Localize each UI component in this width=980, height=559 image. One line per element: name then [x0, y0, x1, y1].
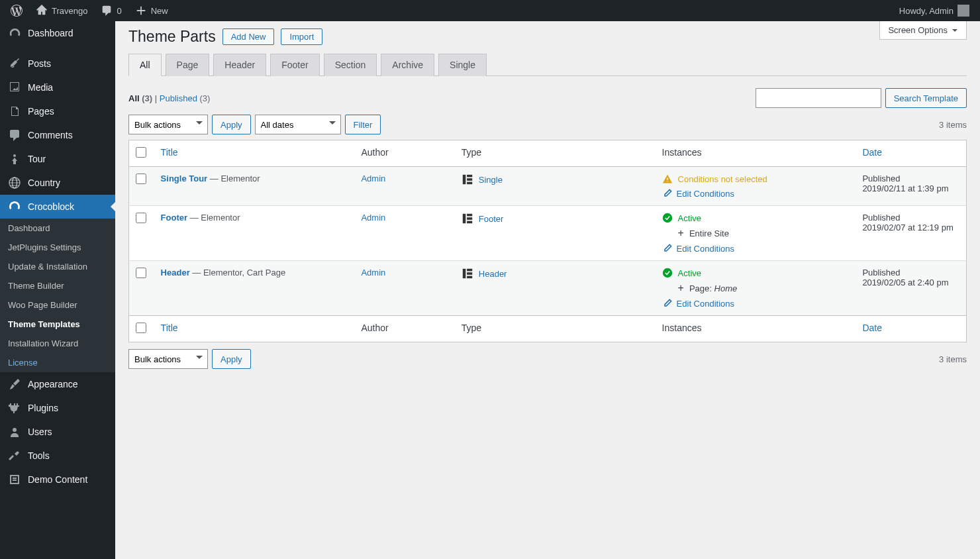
- submenu-woo-builder[interactable]: Woo Page Builder: [0, 295, 115, 315]
- tab-all[interactable]: All: [128, 54, 162, 76]
- row-checkbox[interactable]: [136, 213, 146, 223]
- search-input[interactable]: [756, 88, 881, 108]
- menu-users[interactable]: Users: [0, 420, 115, 444]
- status-filter: All (3) | Published (3): [128, 93, 210, 103]
- pencil-icon: [662, 188, 673, 199]
- menu-tools[interactable]: Tools: [0, 444, 115, 468]
- col-instances: Instances: [656, 140, 856, 167]
- col-date[interactable]: Date: [856, 140, 966, 167]
- filter-published[interactable]: Published (3): [160, 93, 211, 103]
- svg-rect-10: [467, 217, 472, 220]
- add-new-button[interactable]: Add New: [222, 28, 275, 45]
- submenu-license[interactable]: License: [0, 353, 115, 372]
- my-account[interactable]: Howdy, Admin: [894, 0, 975, 21]
- row-title-link[interactable]: Footer: [161, 213, 187, 223]
- site-name-text: Travengo: [52, 6, 87, 16]
- tab-footer[interactable]: Footer: [270, 54, 319, 76]
- col-instances-foot: Instances: [656, 316, 856, 342]
- date-text: 2019/02/11 at 1:39 pm: [862, 183, 959, 193]
- svg-point-17: [662, 268, 671, 278]
- menu-tour[interactable]: Tour: [0, 147, 115, 171]
- dates-select[interactable]: All dates: [255, 115, 341, 134]
- submenu-install-wizard[interactable]: Installation Wizard: [0, 334, 115, 353]
- search-button[interactable]: Search Template: [885, 88, 967, 108]
- menu-media[interactable]: Media: [0, 76, 115, 99]
- col-title-foot[interactable]: Title: [154, 316, 355, 342]
- pin-icon: [8, 57, 21, 70]
- row-type-link[interactable]: Footer: [479, 214, 504, 224]
- status-text: Active: [678, 268, 701, 278]
- bulk-apply-button-bottom[interactable]: Apply: [212, 349, 251, 369]
- menu-dashboard[interactable]: Dashboard: [0, 21, 115, 45]
- menu-demo-content[interactable]: Demo Content: [0, 468, 115, 491]
- filter-all[interactable]: All (3): [128, 93, 152, 103]
- import-button[interactable]: Import: [281, 28, 322, 45]
- select-all-checkbox-bottom[interactable]: [136, 323, 146, 333]
- wrench-icon: [8, 449, 21, 462]
- svg-point-3: [13, 428, 17, 432]
- svg-rect-7: [467, 182, 472, 185]
- avatar: [957, 5, 969, 17]
- svg-rect-15: [467, 272, 472, 275]
- submenu-jetplugins[interactable]: JetPlugins Settings: [0, 238, 115, 257]
- submenu-update[interactable]: Update & Installation: [0, 257, 115, 276]
- col-type-foot: Type: [455, 316, 656, 342]
- menu-pages[interactable]: Pages: [0, 99, 115, 123]
- warning-icon: [662, 174, 673, 184]
- row-checkbox[interactable]: [136, 174, 146, 184]
- pencil-icon: [662, 243, 673, 254]
- comments-link[interactable]: 0: [95, 0, 126, 21]
- person-icon: [8, 152, 21, 166]
- edit-conditions-link[interactable]: Edit Conditions: [662, 243, 850, 254]
- admin-bar: Travengo 0 New Howdy, Admin: [0, 0, 980, 21]
- elementor-icon: [462, 213, 473, 225]
- elementor-icon: [462, 268, 473, 280]
- check-circle-icon: [662, 213, 673, 223]
- brush-icon: [8, 378, 21, 391]
- tab-header[interactable]: Header: [213, 54, 266, 76]
- row-author-link[interactable]: Admin: [361, 213, 385, 223]
- bulk-actions-select[interactable]: Bulk actions: [128, 115, 208, 134]
- submenu-theme-builder[interactable]: Theme Builder: [0, 276, 115, 295]
- row-checkbox[interactable]: [136, 268, 146, 278]
- user-icon: [8, 425, 21, 438]
- submenu-theme-templates[interactable]: Theme Templates: [0, 315, 115, 334]
- table-row: Footer — Elementor Admin Footer Active: [129, 206, 967, 261]
- new-content[interactable]: New: [130, 0, 173, 21]
- filter-button[interactable]: Filter: [345, 115, 381, 134]
- row-author-link[interactable]: Admin: [361, 268, 385, 278]
- date-status: Published: [862, 213, 959, 223]
- screen-options-toggle[interactable]: Screen Options: [879, 21, 967, 40]
- wp-logo[interactable]: [5, 0, 28, 21]
- col-date-foot[interactable]: Date: [856, 316, 966, 342]
- row-type-link[interactable]: Header: [479, 269, 507, 279]
- col-title[interactable]: Title: [154, 140, 355, 167]
- home-icon: [36, 5, 48, 17]
- wordpress-icon: [11, 5, 23, 17]
- edit-conditions-link[interactable]: Edit Conditions: [662, 188, 850, 199]
- submenu-dashboard[interactable]: Dashboard: [0, 219, 115, 238]
- tab-single[interactable]: Single: [438, 54, 487, 76]
- bulk-apply-button[interactable]: Apply: [212, 115, 251, 134]
- edit-conditions-link[interactable]: Edit Conditions: [662, 298, 850, 309]
- tab-page[interactable]: Page: [166, 54, 210, 76]
- select-all-checkbox[interactable]: [136, 147, 146, 158]
- row-type-link[interactable]: Single: [479, 175, 503, 185]
- row-title-link[interactable]: Header: [161, 268, 190, 278]
- tab-section[interactable]: Section: [324, 54, 377, 76]
- menu-appearance[interactable]: Appearance: [0, 372, 115, 396]
- elementor-icon: [462, 174, 473, 185]
- bulk-actions-select-bottom[interactable]: Bulk actions: [128, 349, 208, 369]
- row-title-link[interactable]: Single Tour: [161, 174, 208, 183]
- items-count-top: 3 items: [939, 120, 967, 130]
- crocoblock-icon: [8, 200, 21, 213]
- menu-comments[interactable]: Comments: [0, 123, 115, 147]
- menu-crocoblock[interactable]: Crocoblock: [0, 195, 115, 219]
- row-author-link[interactable]: Admin: [361, 174, 385, 183]
- tab-archive[interactable]: Archive: [381, 54, 434, 76]
- menu-country[interactable]: Country: [0, 171, 115, 195]
- site-name[interactable]: Travengo: [30, 0, 93, 21]
- menu-plugins[interactable]: Plugins: [0, 396, 115, 420]
- table-row: Single Tour — Elementor Admin Single Con…: [129, 167, 967, 206]
- menu-posts[interactable]: Posts: [0, 52, 115, 76]
